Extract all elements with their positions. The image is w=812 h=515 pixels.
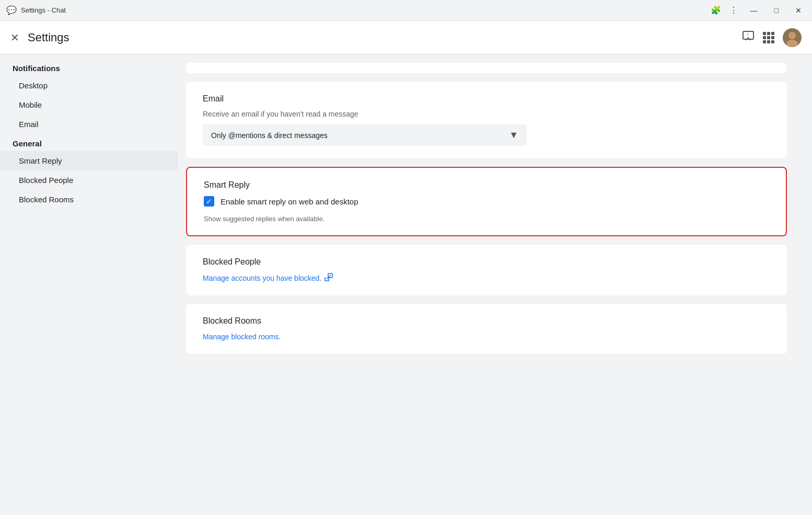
- smart-reply-card-title: Smart Reply: [204, 180, 769, 190]
- manage-blocked-rooms-link[interactable]: Manage blocked rooms.: [203, 333, 281, 341]
- email-card-subtitle: Receive an email if you haven't read a m…: [203, 110, 770, 118]
- close-button[interactable]: ✕: [791, 4, 806, 17]
- blocked-people-title: Blocked People: [203, 257, 770, 267]
- email-card: Email Receive an email if you haven't re…: [186, 82, 787, 158]
- avatar[interactable]: [783, 28, 802, 47]
- layout: Notifications Desktop Mobile Email Gener…: [0, 54, 812, 515]
- general-section-label: General: [0, 134, 178, 151]
- apps-icon[interactable]: [763, 32, 774, 43]
- manage-blocked-accounts-text: Manage accounts you have blocked.: [203, 274, 321, 282]
- checkmark-icon: ✓: [206, 198, 212, 205]
- titlebar-left: 💬 Settings - Chat: [6, 5, 66, 15]
- maximize-button[interactable]: □: [770, 4, 783, 17]
- titlebar-icons: 🧩 ⋮ — □ ✕: [711, 4, 806, 17]
- dropdown-value: Only @mentions & direct messages: [211, 131, 328, 140]
- sidebar-item-email[interactable]: Email: [0, 115, 178, 134]
- smart-reply-checkbox-label: Enable smart reply on web and desktop: [221, 197, 358, 206]
- titlebar: 💬 Settings - Chat 🧩 ⋮ — □ ✕: [0, 0, 812, 21]
- sidebar-item-smart-reply[interactable]: Smart Reply: [0, 151, 178, 170]
- manage-blocked-rooms-text: Manage blocked rooms.: [203, 333, 281, 341]
- app-icon: 💬: [6, 5, 17, 15]
- email-card-title: Email: [203, 94, 770, 104]
- sidebar-item-mobile[interactable]: Mobile: [0, 95, 178, 115]
- appbar: ✕ Settings !: [0, 21, 812, 54]
- appbar-left: ✕ Settings: [10, 31, 69, 44]
- chevron-down-icon: ▼: [509, 130, 518, 141]
- window-controls: — □ ✕: [746, 4, 806, 17]
- email-frequency-dropdown[interactable]: Only @mentions & direct messages ▼: [203, 124, 527, 146]
- smart-reply-card: Smart Reply ✓ Enable smart reply on web …: [186, 167, 787, 236]
- blocked-people-card: Blocked People Manage accounts you have …: [186, 245, 787, 295]
- notifications-section-label: Notifications: [0, 59, 178, 76]
- minimize-button[interactable]: —: [746, 4, 762, 17]
- external-link-icon: [324, 273, 333, 283]
- svg-text:!: !: [747, 32, 749, 37]
- partial-top-card: [186, 63, 787, 73]
- appbar-right: !: [742, 28, 802, 47]
- close-settings-button[interactable]: ✕: [10, 31, 19, 44]
- titlebar-title: Settings - Chat: [21, 6, 66, 14]
- main-content: Email Receive an email if you haven't re…: [178, 54, 812, 515]
- smart-reply-checkbox[interactable]: ✓: [204, 196, 214, 207]
- sidebar-item-blocked-rooms[interactable]: Blocked Rooms: [0, 190, 178, 209]
- blocked-rooms-title: Blocked Rooms: [203, 316, 770, 326]
- sidebar-item-blocked-people[interactable]: Blocked People: [0, 170, 178, 190]
- sidebar: Notifications Desktop Mobile Email Gener…: [0, 54, 178, 515]
- manage-blocked-accounts-link[interactable]: Manage accounts you have blocked.: [203, 273, 333, 283]
- smart-reply-checkbox-row: ✓ Enable smart reply on web and desktop: [204, 196, 769, 207]
- smart-reply-hint: Show suggested replies when available.: [204, 215, 769, 223]
- page-title: Settings: [28, 31, 69, 44]
- svg-point-3: [788, 32, 796, 39]
- sidebar-item-desktop[interactable]: Desktop: [0, 76, 178, 95]
- chat-icon[interactable]: !: [742, 30, 755, 45]
- avatar-image: [783, 28, 802, 47]
- more-icon[interactable]: ⋮: [729, 5, 738, 15]
- puzzle-icon[interactable]: 🧩: [711, 5, 721, 15]
- blocked-rooms-card: Blocked Rooms Manage blocked rooms.: [186, 304, 787, 354]
